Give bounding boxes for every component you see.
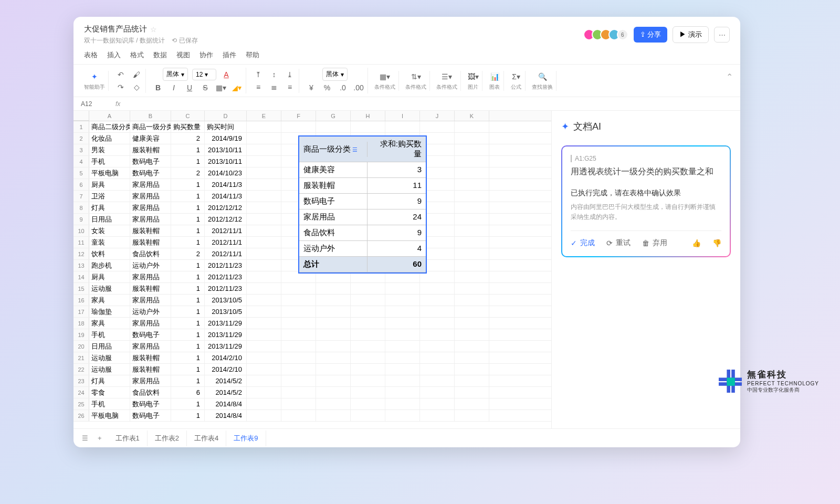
share-button[interactable]: ⇪ 分享	[634, 27, 668, 43]
cell-reference[interactable]: A12	[74, 100, 110, 108]
collaborator-avatars[interactable]: 6	[586, 29, 628, 40]
paintbrush-icon[interactable]: 🖌	[131, 69, 142, 80]
italic-icon[interactable]: I	[168, 82, 180, 93]
menu-表格[interactable]: 表格	[84, 50, 98, 60]
align-center-icon[interactable]: ≣	[268, 81, 280, 93]
align-right-icon[interactable]: ≡	[284, 81, 296, 93]
add-tab-icon[interactable]: +	[94, 432, 105, 444]
ai-icon[interactable]: ✦	[89, 71, 100, 82]
percent-icon[interactable]: %	[321, 82, 333, 93]
pivot-table[interactable]: 商品一级分类☰ 求和:购买数量 健康美容3服装鞋帽11数码电子9家居用品24食品…	[298, 135, 427, 274]
menu-视图[interactable]: 视图	[176, 50, 190, 60]
pivot-row[interactable]: 食品饮料9	[299, 225, 426, 241]
align-middle-icon[interactable]: ↕	[268, 69, 280, 80]
breadcrumb[interactable]: 双十一数据知识库 / 数据统计	[84, 37, 165, 44]
col-header[interactable]: D	[205, 111, 247, 121]
menu-数据[interactable]: 数据	[153, 50, 167, 60]
col-header[interactable]: C	[171, 111, 205, 121]
eraser-icon[interactable]: ◇	[131, 81, 142, 93]
pivot-row[interactable]: 运动户外4	[299, 241, 426, 257]
col-header[interactable]: I	[385, 111, 420, 121]
menu-bar: 表格插入格式数据视图协作插件帮助	[74, 47, 740, 64]
table-row[interactable]: 21运动服服装鞋帽12014/2/10	[74, 352, 551, 364]
font-color-icon[interactable]: A	[220, 69, 232, 80]
menu-协作[interactable]: 协作	[200, 50, 213, 60]
ai-question: 用透视表统计一级分类的购买数量之和	[571, 165, 721, 178]
col-header[interactable]: J	[420, 111, 455, 121]
filter-dropdown-icon[interactable]: ☰	[351, 145, 359, 154]
menu-插入[interactable]: 插入	[107, 50, 121, 60]
col-header[interactable]: B	[130, 111, 171, 121]
ai-discard-button[interactable]: 🗑 弃用	[642, 238, 667, 248]
ai-panel: ✦ 文档AI A1:G25 用透视表统计一级分类的购买数量之和 已执行完成，请在…	[551, 111, 740, 428]
table-row[interactable]: 26平板电脑数码电子12014/8/4	[74, 410, 551, 422]
table-row[interactable]: 20日用品家居用品12013/11/29	[74, 341, 551, 352]
fill-color-icon[interactable]: ◢▾	[231, 82, 243, 93]
bold-icon[interactable]: B	[152, 82, 164, 93]
col-header[interactable]: F	[281, 111, 316, 121]
star-icon[interactable]: ☆	[150, 25, 157, 34]
pivot-row[interactable]: 服装鞋帽11	[299, 178, 426, 194]
collapse-toolbar-icon[interactable]: ⌃	[726, 72, 733, 82]
table-row[interactable]: 18家具家居用品12013/11/29	[74, 318, 551, 329]
table-row[interactable]: 23灯具家居用品12014/5/2	[74, 375, 551, 387]
menu-帮助[interactable]: 帮助	[246, 50, 259, 60]
font2-select[interactable]: 黑体 ▾	[322, 68, 348, 81]
redo-icon[interactable]: ↷	[115, 81, 127, 93]
image-icon[interactable]: 🖼▾	[467, 71, 479, 82]
thumbs-up-icon[interactable]: 👍	[692, 239, 701, 247]
sheet-tab[interactable]: 工作表9	[226, 430, 266, 446]
table-row[interactable]: 15运动服服装鞋帽12012/11/23	[74, 283, 551, 295]
ai-sparkle-icon: ✦	[561, 121, 569, 132]
chart-icon[interactable]: 📊	[489, 71, 500, 82]
cond-format-icon[interactable]: ▦▾	[379, 71, 391, 82]
sheet-tab[interactable]: 工作表1	[108, 430, 148, 446]
thumbs-down-icon[interactable]: 👎	[712, 239, 721, 247]
table-row[interactable]: 17瑜伽垫运动户外12013/10/5	[74, 306, 551, 318]
sheet-tab[interactable]: 工作表4	[187, 430, 226, 446]
col-header[interactable]: E	[247, 111, 281, 121]
font-size-select[interactable]: 12 ▾	[192, 69, 216, 80]
filter-icon[interactable]: ☰▾	[441, 71, 453, 82]
toolbar: ✦智能助手 ↶ 🖌 ↷ ◇ 黑体 ▾ 12 ▾ A B I U S ▦▾ ◢▾ …	[74, 64, 740, 97]
underline-icon[interactable]: U	[184, 82, 195, 93]
currency-icon[interactable]: ¥	[306, 82, 317, 93]
sort-icon[interactable]: ⇅▾	[410, 71, 422, 82]
ai-panel-title: ✦ 文档AI	[561, 120, 731, 133]
pivot-row[interactable]: 家居用品24	[299, 209, 426, 225]
menu-格式[interactable]: 格式	[130, 50, 144, 60]
fx-label[interactable]: fx	[110, 100, 125, 108]
align-bottom-icon[interactable]: ⤓	[284, 69, 296, 80]
sheet-tab[interactable]: 工作表2	[148, 430, 187, 446]
present-button[interactable]: ▶ 演示	[673, 26, 709, 43]
font-select[interactable]: 黑体 ▾	[163, 68, 188, 81]
ai-retry-button[interactable]: ⟳ 重试	[606, 238, 631, 248]
table-row[interactable]: 22运动服服装鞋帽12014/2/10	[74, 364, 551, 375]
strike-icon[interactable]: S	[200, 82, 211, 93]
pivot-row[interactable]: 健康美容3	[299, 162, 426, 178]
table-row[interactable]: 25手机数码电子12014/8/4	[74, 398, 551, 410]
dec-dec-icon[interactable]: .00	[353, 82, 364, 93]
spreadsheet[interactable]: ABCDEFGHIJK 1商品二级分类商品一级分类购买数量购买时间2化妆品健康美…	[74, 111, 551, 428]
dec-inc-icon[interactable]: .0	[337, 82, 349, 93]
table-row[interactable]: 19手机数码电子12013/11/29	[74, 329, 551, 341]
ai-done-button[interactable]: ✓ 完成	[571, 238, 595, 248]
pivot-header-category: 商品一级分类☰	[299, 142, 368, 157]
table-row[interactable]: 24零食食品饮料62014/5/2	[74, 387, 551, 398]
ai-disclaimer: 内容由阿里巴巴千问大模型生成，请自行判断并谨慎采纳生成的内容。	[571, 202, 721, 222]
tab-list-icon[interactable]: ☰	[79, 432, 91, 444]
col-header[interactable]: K	[455, 111, 489, 121]
col-header[interactable]: G	[316, 111, 351, 121]
formula-icon[interactable]: Σ▾	[510, 71, 522, 82]
pivot-row[interactable]: 数码电子9	[299, 194, 426, 209]
align-left-icon[interactable]: ≡	[253, 81, 264, 93]
align-top-icon[interactable]: ⤒	[253, 69, 264, 80]
more-button[interactable]: ⋯	[714, 27, 730, 43]
table-row[interactable]: 16家具家居用品12013/10/5	[74, 295, 551, 306]
border-icon[interactable]: ▦▾	[215, 82, 227, 93]
undo-icon[interactable]: ↶	[115, 69, 127, 80]
col-header[interactable]: H	[351, 111, 385, 121]
col-header[interactable]: A	[89, 111, 130, 121]
find-icon[interactable]: 🔍	[537, 71, 548, 82]
menu-插件[interactable]: 插件	[223, 50, 236, 60]
